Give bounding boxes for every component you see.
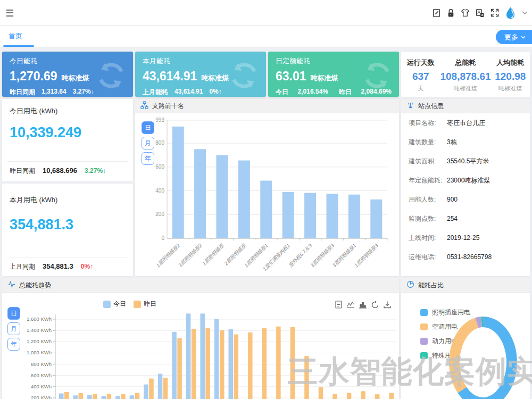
tab-bar: 首页 更多: [0, 26, 532, 47]
stat-label: 运行天数: [401, 58, 440, 68]
stat-running-days: 运行天数 637 天: [401, 52, 440, 97]
antenna-icon: [406, 101, 414, 111]
svg-text:800 KWh: 800 KWh: [31, 361, 52, 367]
recycle-icon: [95, 59, 128, 94]
theme-shirt-icon[interactable]: [461, 9, 470, 17]
site-row: 项目名称:枣庄市台儿庄: [401, 119, 530, 138]
card-sub-delta: 3.27%↓: [73, 88, 94, 97]
water-drop-logo[interactable]: [505, 6, 516, 19]
legend-item-today[interactable]: 今日: [103, 300, 126, 309]
note-edit-icon[interactable]: [432, 9, 441, 18]
card-sub-label: 上月能耗: [143, 88, 168, 97]
bar-chart-icon[interactable]: [359, 301, 367, 309]
dashboard-root: ☰ Aa 首页: [0, 0, 532, 399]
card-month-energy: 本月能耗 43,614.91吨标准煤 上月能耗43,614.910%↑: [135, 52, 266, 97]
site-row-value: 3栋: [447, 138, 457, 147]
panel-energy-share: 能耗占比 照明插座用电 空调用电 动力用电 特殊用电: [401, 278, 530, 399]
period-day-button[interactable]: 日: [7, 307, 20, 320]
legend-swatch: [103, 301, 111, 308]
stat-label: 人均能耗: [491, 58, 530, 68]
energy-trend-bar-chart[interactable]: 200 KWh400 KWh600 KWh800 KWh1,000 KWh1,2…: [26, 311, 398, 399]
more-button[interactable]: 更多: [496, 30, 532, 44]
site-row: 运维电话:0531-82665798: [401, 253, 530, 272]
card-unit: 吨标准煤: [201, 73, 229, 83]
panel-header: 能耗占比: [401, 278, 530, 293]
chevron-down-icon[interactable]: [522, 11, 528, 15]
svg-text:200 KWh: 200 KWh: [31, 395, 52, 399]
hamburger-menu-icon[interactable]: ☰: [5, 7, 14, 19]
period-year-button[interactable]: 年: [7, 338, 20, 351]
stat-unit: 吨标准煤: [440, 85, 491, 93]
refresh-icon[interactable]: [371, 301, 379, 309]
card-unit: 吨标准煤: [311, 73, 338, 83]
svg-text:1,000 KWh: 1,000 KWh: [27, 350, 52, 355]
svg-text:1,200 KWh: 1,200 KWh: [27, 338, 52, 344]
panel-title: 支路前十名: [152, 102, 184, 111]
compare-label: 昨日同期: [10, 167, 35, 176]
branch-top10-bar-chart[interactable]: 02004006008009931层照明插座23层照明插座21层照明插座2层照明…: [154, 115, 396, 276]
period-month-button[interactable]: 月: [7, 322, 20, 335]
legend-label: 昨日: [144, 300, 156, 309]
site-row-label: 建筑面积:: [409, 157, 447, 166]
card-sub-value: 1,313.64: [41, 88, 66, 97]
card-quota-energy: 日定额能耗 63.01吨标准煤 今日占比:2,016.54% 昨日占比:2,08…: [268, 52, 399, 97]
stat-value: 120.98: [491, 71, 530, 82]
period-month-button[interactable]: 月: [142, 137, 154, 149]
svg-text:a: a: [481, 13, 483, 16]
stat-value: 108,878.61: [440, 71, 491, 82]
svg-text:800: 800: [155, 140, 164, 146]
pulse-icon: [7, 280, 15, 290]
panel-site-info: 站点信息 项目名称:枣庄市台儿庄 建筑数量:3栋 建筑面积:35540.5平方米…: [401, 99, 530, 276]
legend-item-yesterday[interactable]: 昨日: [134, 300, 156, 309]
panel-today-electricity: 今日用电 (kWh) 10,339.249 昨日同期 10,688.696 3.…: [2, 99, 133, 181]
svg-text:400: 400: [155, 188, 164, 194]
panel-title: 总能耗趋势: [19, 281, 51, 290]
card-unit: 吨标准煤: [62, 73, 89, 83]
svg-text:1,600 KWh: 1,600 KWh: [27, 316, 52, 322]
more-button-label: 更多: [504, 32, 518, 42]
compare-delta: 0%↑: [81, 263, 93, 270]
usage-value: 354,881.3: [10, 217, 73, 233]
panel-energy-trend: 总能耗趋势 今日 昨日 日 月 年 200 KWh400 KWh600 KWh8…: [2, 278, 399, 399]
site-row-label: 年定额能耗:: [409, 176, 447, 185]
legend-swatch: [420, 309, 428, 316]
recycle-icon: [361, 59, 394, 94]
usage-value: 10,339.249: [10, 124, 81, 141]
panel-header: 支路前十名: [135, 99, 399, 113]
compare-label: 上月同期: [10, 262, 35, 271]
line-chart-icon[interactable]: [346, 301, 355, 309]
period-year-button[interactable]: 年: [142, 152, 154, 165]
site-row-label: 运维电话:: [409, 253, 447, 262]
compare-value: 354,881.3: [43, 262, 73, 270]
site-row-value: 23000吨标准煤: [447, 176, 490, 185]
energy-share-donut-chart[interactable]: [444, 315, 530, 399]
period-day-button[interactable]: 日: [142, 121, 154, 134]
site-info-list: 项目名称:枣庄市台儿庄 建筑数量:3栋 建筑面积:35540.5平方米 年定额能…: [401, 113, 530, 272]
stat-label: 总能耗: [440, 58, 491, 68]
card-sub-value: 2,016.54%: [298, 88, 328, 97]
translate-icon[interactable]: Aa: [476, 9, 485, 18]
svg-text:3层照明插座2: 3层照明插座2: [177, 242, 203, 268]
usage-title: 今日用电 (kWh): [10, 106, 57, 116]
site-row: 用能人数:900: [401, 195, 530, 214]
legend-swatch: [134, 301, 141, 308]
svg-text:993: 993: [155, 117, 164, 123]
data-view-icon[interactable]: [335, 301, 343, 309]
svg-text:A: A: [478, 10, 481, 15]
tab-home-underline: [3, 45, 34, 47]
site-row: 建筑数量:3栋: [401, 138, 530, 157]
panel-month-electricity: 本月用电 (kWh) 354,881.3 上月同期 354,881.3 0%↑: [2, 184, 133, 276]
site-row: 年定额能耗:23000吨标准煤: [401, 176, 530, 195]
panel-header: 总能耗趋势: [2, 278, 399, 293]
fullscreen-icon[interactable]: [491, 9, 499, 17]
tab-home[interactable]: 首页: [5, 31, 26, 41]
download-icon[interactable]: [383, 301, 392, 309]
legend-swatch: [420, 352, 428, 359]
lock-icon[interactable]: [447, 9, 455, 18]
svg-text:400 KWh: 400 KWh: [31, 384, 52, 389]
site-row-value: 0531-82665798: [447, 253, 492, 261]
card-value: 43,614.91: [143, 69, 197, 84]
site-row-label: 上线时间:: [409, 234, 447, 243]
stat-value: 637: [401, 71, 440, 82]
site-row-label: 监测点数:: [409, 214, 447, 223]
